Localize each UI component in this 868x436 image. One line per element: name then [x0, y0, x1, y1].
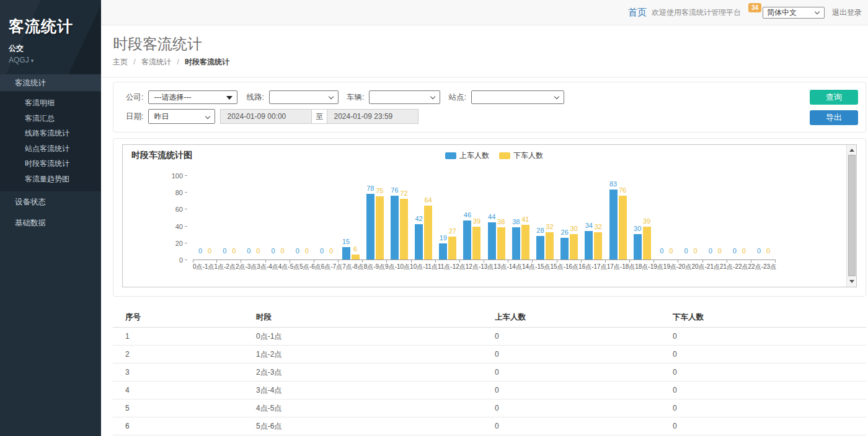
date-start-input[interactable]: 2024-01-09 00:00 — [220, 109, 312, 124]
app-root: 客流统计 公交 AQGJ▾ 客流统计 客流明细客流汇总线路客流统计站点客流统计时… — [0, 0, 868, 436]
table-row: 65点-6点00 — [113, 417, 866, 435]
chevron-down-icon — [205, 114, 210, 119]
x-tick-label: 0点-1点 — [193, 263, 214, 271]
table-cell: 0 — [673, 364, 866, 381]
query-button[interactable]: 查询 — [810, 90, 858, 105]
bar-value-label: 42 — [415, 215, 423, 222]
bar-group: 00 — [193, 176, 217, 259]
sidebar-subitem[interactable]: 客流量趋势图 — [0, 172, 101, 187]
bar — [546, 232, 554, 259]
sidebar-subitem[interactable]: 客流汇总 — [0, 111, 101, 126]
bar-value-label: 0 — [718, 247, 722, 255]
scrollbar-thumb[interactable] — [848, 155, 856, 276]
sidebar-item-passenger-stats[interactable]: 客流统计 — [0, 74, 101, 92]
sidebar-subitem[interactable]: 时段客流统计 — [0, 156, 101, 172]
topbar: 首页 欢迎使用客流统计管理平台 34 简体中文 退出登录 — [101, 0, 868, 25]
table-cell: 3点-4点 — [256, 381, 495, 399]
bar-group: 00 — [290, 176, 314, 259]
scrollbar-up-arrow[interactable] — [847, 146, 856, 155]
sidebar-subitem[interactable]: 站点客流统计 — [0, 141, 101, 157]
bar-value-label: 19 — [440, 234, 447, 242]
company-label: 公司: — [126, 92, 143, 103]
y-tick-mark — [185, 192, 187, 193]
org-code-dropdown[interactable]: AQGJ▾ — [9, 56, 101, 64]
table-cell: 0 — [673, 417, 866, 435]
sidebar-subitem[interactable]: 线路客流统计 — [0, 126, 101, 141]
bar-value-label: 64 — [425, 196, 432, 204]
language-select[interactable]: 简体中文 — [763, 7, 825, 19]
legend-item-alighting[interactable]: 下车人数 — [499, 150, 543, 161]
bar-value-label: 0 — [320, 247, 324, 255]
table-cell: 6 — [113, 417, 256, 435]
bar-column: 0 — [764, 176, 773, 259]
y-tick-mark — [185, 175, 187, 176]
table-cell: 3 — [113, 364, 256, 381]
scrollbar-down-arrow[interactable] — [847, 277, 856, 286]
bar-group: 00 — [703, 176, 727, 259]
export-button[interactable]: 导出 — [810, 110, 858, 125]
home-link[interactable]: 首页 — [628, 7, 647, 19]
bar-value-label: 76 — [619, 186, 626, 194]
y-tick-mark — [185, 243, 187, 243]
sidebar-subitem[interactable]: 客流明细 — [0, 95, 101, 111]
station-select[interactable] — [471, 90, 564, 104]
bar — [634, 234, 642, 259]
bar — [521, 225, 529, 259]
sidebar-nav: 客流统计 客流明细客流汇总线路客流统计站点客流统计时段客流统计客流量趋势图 设备… — [0, 74, 101, 233]
bar-value-label: 72 — [400, 190, 407, 197]
legend-label: 上车人数 — [459, 150, 489, 161]
date-preset-value: 昨日 — [154, 111, 169, 122]
bar-group: 4438 — [484, 176, 508, 259]
sidebar-item-base-data[interactable]: 基础数据 — [0, 212, 101, 233]
legend-item-boarding[interactable]: 上车人数 — [445, 150, 489, 161]
bar — [570, 234, 578, 259]
legend-swatch-blue — [445, 152, 456, 159]
col-header-alighting: 下车人数 — [673, 305, 866, 328]
table-row: 10点-1点00 — [113, 328, 866, 346]
bar-column: 72 — [400, 176, 408, 259]
table-cell: 4点-5点 — [256, 399, 495, 417]
x-tick-label: 6点-7点 — [321, 263, 342, 271]
y-tick-label: 20 — [175, 240, 183, 247]
bar-column: 0 — [197, 176, 205, 259]
line-select[interactable] — [269, 90, 339, 104]
bar-column: 64 — [424, 176, 432, 259]
heading-divider — [101, 77, 868, 77]
bar-column: 0 — [706, 176, 714, 259]
bar-column: 83 — [609, 176, 618, 259]
logout-link[interactable]: 退出登录 — [832, 7, 862, 18]
bar-group: 156 — [339, 176, 363, 259]
bar-column: 76 — [619, 176, 627, 259]
bar — [391, 196, 399, 259]
date-preset-select[interactable]: 昨日 — [148, 109, 215, 124]
x-tick-label: 2点-3点 — [236, 263, 257, 271]
bar-value-label: 39 — [473, 217, 480, 225]
chart-scrollbar[interactable] — [846, 145, 856, 287]
table-cell: 0 — [673, 328, 866, 346]
bar-value-label: 39 — [643, 217, 650, 225]
bar-column: 39 — [643, 176, 651, 259]
bar-value-label: 0 — [198, 247, 202, 255]
bar-group: 8376 — [606, 176, 630, 259]
triangle-up-icon — [849, 149, 854, 152]
breadcrumb-home[interactable]: 主页 — [113, 58, 128, 66]
bar-value-label: 30 — [634, 225, 641, 232]
date-end-input[interactable]: 2024-01-09 23:59 — [327, 109, 418, 124]
bar-value-label: 6 — [353, 245, 357, 253]
page-heading: 时段客流统计 主页 / 客流统计 / 时段客流统计 — [101, 25, 868, 66]
bar-value-label: 0 — [684, 247, 688, 255]
org-name: 公交 — [9, 43, 101, 54]
x-tick-label: 16点-17点 — [578, 263, 607, 271]
col-header-boarding: 上车人数 — [495, 305, 673, 328]
bar-value-label: 0 — [208, 247, 211, 255]
company-select[interactable]: ---请选择--- — [148, 90, 237, 104]
bar-column: 0 — [254, 176, 262, 259]
bar-column: 75 — [376, 176, 384, 259]
breadcrumb-section[interactable]: 客流统计 — [141, 58, 171, 66]
vehicle-select[interactable] — [369, 90, 440, 104]
bar-column: 6 — [352, 176, 360, 259]
sidebar-item-device-status[interactable]: 设备状态 — [0, 191, 101, 212]
x-tick-label: 14点-15点 — [522, 263, 551, 271]
bar-group: 7672 — [387, 176, 411, 259]
table-cell: 0 — [495, 328, 673, 346]
